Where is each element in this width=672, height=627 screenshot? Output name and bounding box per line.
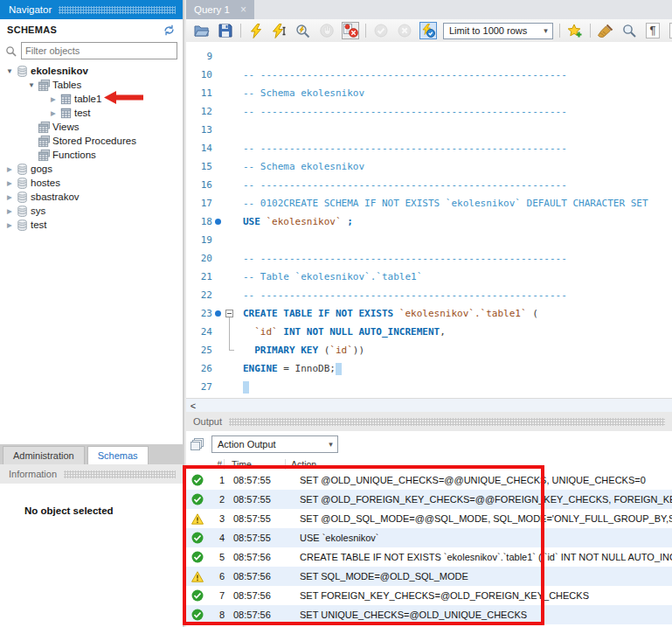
information-panel: No object selected (0, 484, 183, 627)
chevron-collapsed-icon[interactable]: ▶ (3, 165, 16, 173)
fold-column (224, 323, 236, 341)
code-segment: -- 0102CREATE SCHEMA IF NOT EXISTS `ekol… (243, 198, 648, 209)
wrap-text-icon[interactable] (668, 22, 672, 39)
explain-plan-icon[interactable] (294, 22, 312, 39)
sidebar-item-test[interactable]: ▶test (0, 106, 183, 120)
fold-column[interactable] (224, 304, 236, 323)
output-toolbar: Action Output ▾ (186, 431, 672, 457)
code-segment: , (440, 326, 446, 338)
toggle-invisibles-icon[interactable]: ¶ (644, 22, 662, 39)
schema-icon (16, 191, 31, 204)
sidebar-item-sbastrakov[interactable]: ▶sbastrakov (0, 190, 183, 204)
schemas-label: SCHEMAS (7, 24, 57, 35)
stop-on-error-icon[interactable] (342, 22, 359, 39)
sidebar-item-hostes[interactable]: ▶hostes (0, 176, 183, 190)
toolbar-separator (590, 24, 591, 38)
code-text: -- Schema ekolesnikov (236, 87, 364, 99)
line-number: 10 (186, 69, 212, 80)
fold-column (224, 286, 236, 304)
sidebar-item-ekolesnikov[interactable]: ▼ekolesnikov (0, 64, 183, 78)
chevron-collapsed-icon[interactable]: ▶ (47, 95, 59, 103)
line-number: 16 (186, 179, 212, 191)
sql-editor[interactable]: 910-- ----------------------------------… (186, 42, 672, 398)
tab-administration[interactable]: Administration (3, 446, 85, 464)
sidebar-item-functions[interactable]: Functions (0, 148, 183, 162)
sidebar-item-tables[interactable]: ▼Tables (0, 78, 183, 92)
fold-column (224, 176, 236, 194)
sidebar-item-test[interactable]: ▶test (0, 218, 183, 232)
row-index: 6 (209, 571, 226, 582)
sidebar-item-stored-procedures[interactable]: Stored Procedures (0, 134, 183, 148)
code-text: USE `ekolesnikov` ; (236, 216, 353, 227)
chevron-collapsed-icon[interactable]: ▶ (47, 109, 59, 117)
code-line: 25 PRIMARY KEY (`id`)) (186, 341, 672, 359)
line-number: 18 (186, 216, 212, 227)
row-action: CREATE TABLE IF NOT EXISTS `ekolesnikov`… (294, 552, 672, 562)
sidebar-item-views[interactable]: Views (0, 120, 183, 134)
output-row[interactable]: 508:57:56CREATE TABLE IF NOT EXISTS `eko… (186, 547, 672, 567)
line-number: 22 (186, 289, 212, 301)
statement-dot-icon (215, 219, 221, 225)
output-row[interactable]: 708:57:56SET FOREIGN_KEY_CHECKS=@OLD_FOR… (186, 586, 672, 605)
autocommit-icon[interactable] (419, 22, 437, 39)
find-icon[interactable] (620, 22, 638, 39)
output-row[interactable]: 108:57:55SET @OLD_UNIQUE_CHECKS=@@UNIQUE… (186, 470, 672, 490)
code-segment: -- Schema ekolesnikov (243, 87, 364, 99)
success-icon (186, 551, 209, 563)
success-icon (186, 474, 209, 486)
code-segment: CREATE TABLE IF NOT EXISTS (243, 308, 399, 319)
chevron-collapsed-icon[interactable]: ▶ (3, 207, 16, 215)
selection-highlight (243, 381, 249, 394)
chevron-collapsed-icon[interactable]: ▶ (3, 193, 16, 201)
open-script-icon[interactable] (193, 22, 211, 39)
code-text: -- -------------------------------------… (236, 179, 567, 191)
line-number: 13 (186, 124, 212, 136)
fold-collapse-icon[interactable] (225, 310, 233, 317)
tree-item-label: sbastrakov (31, 192, 80, 202)
tab-schemas[interactable]: Schemas (87, 446, 149, 464)
sidebar-item-sys[interactable]: ▶sys (0, 204, 183, 218)
output-view-icon (191, 438, 204, 451)
output-row[interactable]: 308:57:55SET @OLD_SQL_MODE=@@SQL_MODE, S… (186, 509, 672, 528)
row-action: SET SQL_MODE=@OLD_SQL_MODE (294, 571, 468, 582)
beautify-icon[interactable] (597, 22, 614, 39)
row-action: SET @OLD_UNIQUE_CHECKS=@@UNIQUE_CHECKS, … (294, 475, 646, 485)
sidebar-item-table1[interactable]: ▶table1 (0, 92, 183, 106)
save-script-icon[interactable] (217, 22, 234, 39)
output-row[interactable]: 608:57:56SET SQL_MODE=@OLD_SQL_MODE (186, 567, 672, 586)
stop-execution-icon[interactable] (318, 22, 336, 39)
refresh-schemas-icon[interactable] (163, 24, 176, 36)
chevron-expanded-icon[interactable]: ▼ (3, 67, 16, 75)
commit-icon[interactable] (372, 22, 390, 39)
chevron-collapsed-icon[interactable]: ▶ (3, 221, 16, 229)
editor-horizontal-scrollbar[interactable]: < (186, 398, 672, 412)
navigator-titlebar: Navigator (0, 0, 183, 19)
save-snippet-icon[interactable] (566, 22, 584, 39)
schemas-section-header: SCHEMAS (0, 19, 183, 40)
close-tab-icon[interactable]: × (240, 5, 246, 14)
scroll-left-button[interactable]: < (186, 400, 200, 412)
code-text: -- Table `ekolesnikov`.`table1` (236, 271, 422, 282)
output-row[interactable]: 808:57:56SET UNIQUE_CHECKS=@OLD_UNIQUE_C… (186, 605, 672, 624)
row-index: 2 (209, 494, 226, 505)
filter-objects-input[interactable] (21, 42, 177, 59)
sidebar-item-gogs[interactable]: ▶gogs (0, 162, 183, 176)
code-text: CREATE TABLE IF NOT EXISTS `ekolesnikov`… (236, 308, 538, 319)
code-line: 11-- Schema ekolesnikov (186, 84, 672, 102)
fold-column (224, 139, 236, 157)
line-number: 21 (186, 271, 212, 282)
chevron-collapsed-icon[interactable]: ▶ (3, 179, 16, 187)
output-row[interactable]: 408:57:55USE `ekolesnikov` (186, 528, 672, 547)
rollback-icon[interactable] (396, 22, 413, 39)
output-view-dropdown[interactable]: Action Output ▾ (211, 435, 338, 453)
editor-tabbar: Query 1 × (186, 0, 672, 19)
code-segment: INT NOT NULL AUTO_INCREMENT (278, 326, 440, 338)
limit-rows-dropdown[interactable]: Limit to 1000 rows▾ (443, 23, 553, 39)
chevron-expanded-icon[interactable]: ▼ (25, 81, 38, 89)
titlebar-texture (59, 6, 176, 14)
execute-icon[interactable] (247, 22, 265, 39)
tab-query-1[interactable]: Query 1 × (186, 0, 254, 19)
code-line: 21-- Table `ekolesnikov`.`table1` (186, 268, 672, 286)
execute-current-statement-icon[interactable] (271, 22, 288, 39)
output-row[interactable]: 208:57:55SET @OLD_FOREIGN_KEY_CHECKS=@@F… (186, 490, 672, 509)
